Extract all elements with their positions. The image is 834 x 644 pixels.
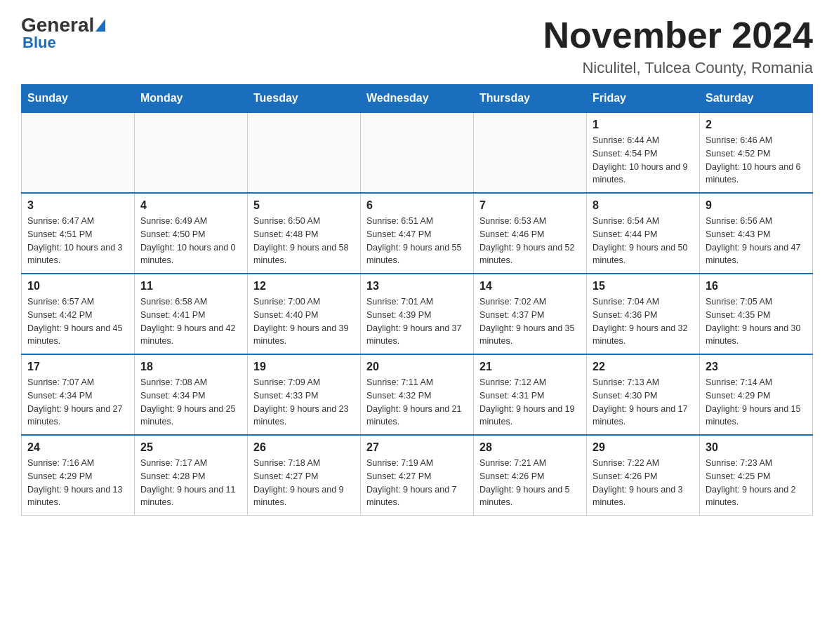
day-info: Sunrise: 7:07 AMSunset: 4:34 PMDaylight:… [27,376,128,429]
day-info: Sunrise: 7:12 AMSunset: 4:31 PMDaylight:… [479,376,581,429]
day-info: Sunrise: 7:23 AMSunset: 4:25 PMDaylight:… [706,457,807,509]
calendar-day-28: 28Sunrise: 7:21 AMSunset: 4:26 PMDayligh… [474,435,587,516]
day-info: Sunrise: 7:17 AMSunset: 4:28 PMDaylight:… [140,457,241,509]
day-info: Sunrise: 6:47 AMSunset: 4:51 PMDaylight:… [27,215,128,267]
calendar-day-20: 20Sunrise: 7:11 AMSunset: 4:32 PMDayligh… [361,354,474,435]
day-number: 28 [479,441,581,454]
calendar-day-9: 9Sunrise: 6:56 AMSunset: 4:43 PMDaylight… [700,193,813,274]
day-number: 13 [366,280,468,293]
calendar-day-30: 30Sunrise: 7:23 AMSunset: 4:25 PMDayligh… [700,435,813,516]
calendar-day-14: 14Sunrise: 7:02 AMSunset: 4:37 PMDayligh… [474,274,587,354]
day-number: 22 [593,361,694,373]
day-info: Sunrise: 7:02 AMSunset: 4:37 PMDaylight:… [479,295,581,348]
calendar-empty-cell [361,112,474,193]
calendar-day-8: 8Sunrise: 6:54 AMSunset: 4:44 PMDaylight… [587,193,700,274]
day-header-friday: Friday [587,85,700,113]
calendar-day-23: 23Sunrise: 7:14 AMSunset: 4:29 PMDayligh… [700,354,813,435]
day-info: Sunrise: 6:54 AMSunset: 4:44 PMDaylight:… [593,215,694,267]
calendar-day-19: 19Sunrise: 7:09 AMSunset: 4:33 PMDayligh… [248,354,361,435]
calendar-day-7: 7Sunrise: 6:53 AMSunset: 4:46 PMDaylight… [474,193,587,274]
day-number: 16 [706,280,807,293]
calendar-day-21: 21Sunrise: 7:12 AMSunset: 4:31 PMDayligh… [474,354,587,435]
day-number: 30 [706,441,807,454]
day-info: Sunrise: 7:01 AMSunset: 4:39 PMDaylight:… [366,295,468,348]
day-number: 10 [27,280,128,293]
calendar-day-10: 10Sunrise: 6:57 AMSunset: 4:42 PMDayligh… [22,274,135,354]
day-info: Sunrise: 7:22 AMSunset: 4:26 PMDaylight:… [593,457,694,509]
calendar-day-27: 27Sunrise: 7:19 AMSunset: 4:27 PMDayligh… [361,435,474,516]
logo-blue-text: Blue [21,34,56,52]
day-info: Sunrise: 7:11 AMSunset: 4:32 PMDaylight:… [366,376,468,429]
calendar-day-25: 25Sunrise: 7:17 AMSunset: 4:28 PMDayligh… [135,435,248,516]
calendar-header-row: SundayMondayTuesdayWednesdayThursdayFrid… [22,85,813,113]
calendar-day-1: 1Sunrise: 6:44 AMSunset: 4:54 PMDaylight… [587,112,700,193]
day-info: Sunrise: 7:14 AMSunset: 4:29 PMDaylight:… [706,376,807,429]
calendar-day-24: 24Sunrise: 7:16 AMSunset: 4:29 PMDayligh… [22,435,135,516]
day-info: Sunrise: 6:57 AMSunset: 4:42 PMDaylight:… [27,295,128,348]
calendar-day-6: 6Sunrise: 6:51 AMSunset: 4:47 PMDaylight… [361,193,474,274]
calendar-day-16: 16Sunrise: 7:05 AMSunset: 4:35 PMDayligh… [700,274,813,354]
day-number: 27 [366,441,468,454]
calendar-day-29: 29Sunrise: 7:22 AMSunset: 4:26 PMDayligh… [587,435,700,516]
calendar-empty-cell [135,112,248,193]
day-info: Sunrise: 7:00 AMSunset: 4:40 PMDaylight:… [253,295,355,348]
calendar-day-26: 26Sunrise: 7:18 AMSunset: 4:27 PMDayligh… [248,435,361,516]
day-info: Sunrise: 6:58 AMSunset: 4:41 PMDaylight:… [140,295,241,348]
day-info: Sunrise: 7:04 AMSunset: 4:36 PMDaylight:… [593,295,694,348]
calendar-day-4: 4Sunrise: 6:49 AMSunset: 4:50 PMDaylight… [135,193,248,274]
calendar-subtitle: Niculitel, Tulcea County, Romania [543,59,813,77]
day-number: 1 [593,119,694,131]
day-number: 4 [140,199,241,212]
day-number: 7 [479,199,581,212]
day-info: Sunrise: 7:09 AMSunset: 4:33 PMDaylight:… [253,376,355,429]
day-number: 25 [140,441,241,454]
day-info: Sunrise: 6:51 AMSunset: 4:47 PMDaylight:… [366,215,468,267]
title-area: November 2024 Niculitel, Tulcea County, … [543,14,813,77]
calendar-day-3: 3Sunrise: 6:47 AMSunset: 4:51 PMDaylight… [22,193,135,274]
day-header-monday: Monday [135,85,248,113]
calendar-day-13: 13Sunrise: 7:01 AMSunset: 4:39 PMDayligh… [361,274,474,354]
day-header-thursday: Thursday [474,85,587,113]
logo-arrow-icon [95,19,105,32]
day-number: 18 [140,361,241,373]
day-number: 24 [27,441,128,454]
day-info: Sunrise: 7:21 AMSunset: 4:26 PMDaylight:… [479,457,581,509]
day-header-saturday: Saturday [700,85,813,113]
calendar-week-row: 10Sunrise: 6:57 AMSunset: 4:42 PMDayligh… [22,274,813,354]
header-area: General Blue November 2024 Niculitel, Tu… [21,14,813,77]
calendar-title: November 2024 [543,14,813,56]
day-number: 26 [253,441,355,454]
day-number: 20 [366,361,468,373]
day-number: 9 [706,199,807,212]
day-number: 8 [593,199,694,212]
day-number: 12 [253,280,355,293]
day-info: Sunrise: 7:05 AMSunset: 4:35 PMDaylight:… [706,295,807,348]
calendar-empty-cell [248,112,361,193]
day-info: Sunrise: 7:13 AMSunset: 4:30 PMDaylight:… [593,376,694,429]
calendar-empty-cell [474,112,587,193]
calendar-week-row: 17Sunrise: 7:07 AMSunset: 4:34 PMDayligh… [22,354,813,435]
calendar-week-row: 1Sunrise: 6:44 AMSunset: 4:54 PMDaylight… [22,112,813,193]
day-header-tuesday: Tuesday [248,85,361,113]
day-info: Sunrise: 7:08 AMSunset: 4:34 PMDaylight:… [140,376,241,429]
calendar-day-18: 18Sunrise: 7:08 AMSunset: 4:34 PMDayligh… [135,354,248,435]
calendar-day-5: 5Sunrise: 6:50 AMSunset: 4:48 PMDaylight… [248,193,361,274]
day-info: Sunrise: 7:19 AMSunset: 4:27 PMDaylight:… [366,457,468,509]
day-info: Sunrise: 6:46 AMSunset: 4:52 PMDaylight:… [706,134,807,187]
day-number: 3 [27,199,128,212]
calendar-day-17: 17Sunrise: 7:07 AMSunset: 4:34 PMDayligh… [22,354,135,435]
day-number: 15 [593,280,694,293]
calendar-day-15: 15Sunrise: 7:04 AMSunset: 4:36 PMDayligh… [587,274,700,354]
day-number: 14 [479,280,581,293]
day-info: Sunrise: 6:50 AMSunset: 4:48 PMDaylight:… [253,215,355,267]
day-number: 19 [253,361,355,373]
day-number: 2 [706,119,807,131]
calendar-day-22: 22Sunrise: 7:13 AMSunset: 4:30 PMDayligh… [587,354,700,435]
day-number: 5 [253,199,355,212]
day-info: Sunrise: 6:53 AMSunset: 4:46 PMDaylight:… [479,215,581,267]
day-number: 29 [593,441,694,454]
day-info: Sunrise: 6:56 AMSunset: 4:43 PMDaylight:… [706,215,807,267]
day-header-sunday: Sunday [22,85,135,113]
day-info: Sunrise: 7:18 AMSunset: 4:27 PMDaylight:… [253,457,355,509]
calendar-table: SundayMondayTuesdayWednesdayThursdayFrid… [21,84,813,516]
